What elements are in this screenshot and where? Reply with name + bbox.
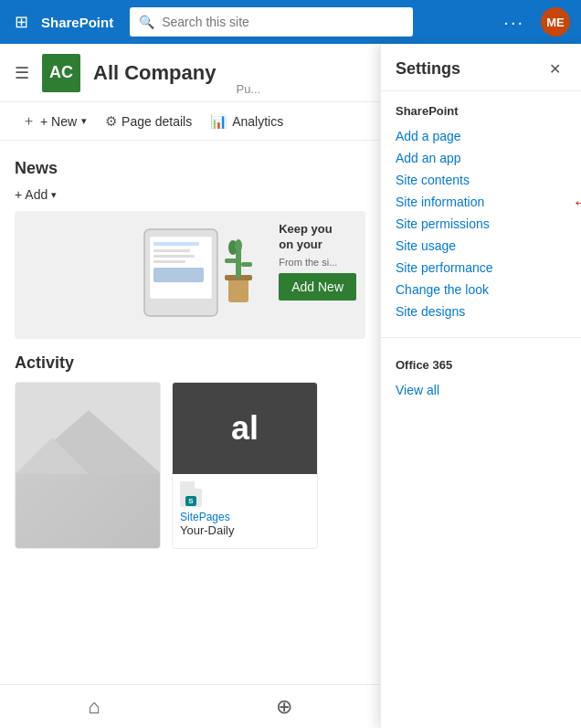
activity-section: Activity S	[15, 353, 365, 549]
settings-link-site-information[interactable]: Site information ←	[396, 191, 566, 213]
new-button[interactable]: ＋ + New ▾	[15, 108, 94, 134]
settings-link-site-permissions[interactable]: Site permissions	[396, 213, 566, 235]
page-details-button[interactable]: ⚙ Page details	[98, 109, 199, 134]
activity-card: al S SitePages Your-Daily	[172, 382, 318, 549]
news-overlay-text: Keep youon your From the si... Add New	[279, 222, 356, 301]
sharepoint-badge: S	[185, 496, 195, 506]
analytics-button[interactable]: 📊 Analytics	[203, 109, 290, 134]
bottom-navigation: ⌂ ⊕	[0, 684, 380, 728]
card-thumbnail-gray	[16, 383, 160, 548]
top-navigation-bar: ⊞ SharePoint 🔍 ··· ME	[0, 0, 581, 44]
site-published-label: Pu...	[236, 82, 260, 96]
settings-link-view-all[interactable]: View all	[396, 379, 566, 401]
activity-card: S SitePages 8m25ohj7	[15, 382, 161, 549]
tablet-illustration	[117, 220, 263, 330]
site-logo: AC	[42, 54, 80, 92]
dark-thumb: al	[173, 383, 317, 474]
add-new-button[interactable]: Add New	[279, 273, 356, 301]
search-input[interactable]	[162, 15, 404, 29]
card-footer: S SitePages Your-Daily	[173, 474, 317, 544]
settings-link-add-app[interactable]: Add an app	[396, 147, 566, 169]
hamburger-icon[interactable]: ☰	[15, 63, 29, 83]
close-settings-button[interactable]: ✕	[544, 58, 566, 79]
avatar[interactable]: ME	[541, 7, 570, 37]
settings-link-change-look[interactable]: Change the look	[396, 279, 566, 301]
settings-icon: ⚙	[105, 113, 117, 130]
settings-link-site-usage[interactable]: Site usage	[396, 235, 566, 257]
svg-point-13	[235, 239, 242, 252]
settings-office365-section: Office 365 View all	[381, 345, 581, 408]
activity-title: Activity	[15, 353, 365, 373]
globe-icon[interactable]: ⊕	[276, 695, 292, 719]
settings-link-site-designs[interactable]: Site designs	[396, 301, 566, 322]
card-thumbnail-dark: al	[173, 383, 317, 474]
red-arrow-icon: ←	[572, 192, 581, 213]
search-icon: 🔍	[139, 15, 154, 29]
search-bar-container: 🔍	[130, 7, 413, 37]
page-content: News + Add ▾	[0, 141, 380, 726]
add-news-button[interactable]: + Add ▾	[15, 187, 365, 202]
card-name: Your-Daily	[180, 523, 310, 537]
svg-rect-9	[236, 248, 241, 279]
settings-panel: Settings ✕ SharePoint Add a page Add an …	[380, 44, 581, 728]
settings-header: Settings ✕	[381, 44, 581, 91]
gray-thumb-svg	[16, 383, 160, 474]
activity-cards-container: S SitePages 8m25ohj7 al	[15, 382, 365, 549]
settings-sharepoint-heading: SharePoint	[396, 104, 566, 118]
file-icon-row: S	[180, 481, 310, 507]
svg-rect-2	[153, 242, 199, 246]
settings-link-add-page[interactable]: Add a page	[396, 125, 566, 147]
settings-divider	[381, 337, 581, 338]
sharepoint-logo: SharePoint	[41, 15, 113, 30]
svg-rect-4	[153, 255, 195, 258]
news-section: News + Add ▾	[15, 159, 365, 339]
card-label: SitePages	[180, 511, 310, 523]
settings-title: Settings	[396, 59, 460, 79]
svg-rect-11	[241, 262, 252, 267]
card-footer: S SitePages 8m25ohj7	[16, 548, 160, 549]
file-icon: S	[180, 481, 202, 507]
chevron-down-icon: ▾	[81, 115, 87, 127]
site-name: All Company	[93, 61, 216, 85]
svg-rect-5	[153, 260, 185, 263]
svg-rect-3	[153, 249, 190, 252]
settings-link-site-performance[interactable]: Site performance	[396, 257, 566, 279]
svg-rect-7	[228, 277, 248, 302]
svg-rect-10	[225, 258, 238, 263]
settings-link-site-contents[interactable]: Site contents	[396, 169, 566, 191]
news-title: News	[15, 159, 365, 178]
analytics-icon: 📊	[210, 113, 227, 130]
plus-icon: ＋	[22, 112, 36, 130]
settings-sharepoint-section: SharePoint Add a page Add an app Site co…	[381, 91, 581, 330]
waffle-icon[interactable]: ⊞	[11, 8, 32, 36]
settings-office365-heading: Office 365	[396, 358, 566, 372]
svg-rect-6	[153, 268, 204, 282]
news-card: Keep youon your From the si... Add New	[15, 211, 365, 339]
home-icon[interactable]: ⌂	[88, 695, 100, 719]
chevron-down-icon: ▾	[51, 189, 57, 201]
more-options-icon[interactable]: ···	[496, 8, 532, 37]
